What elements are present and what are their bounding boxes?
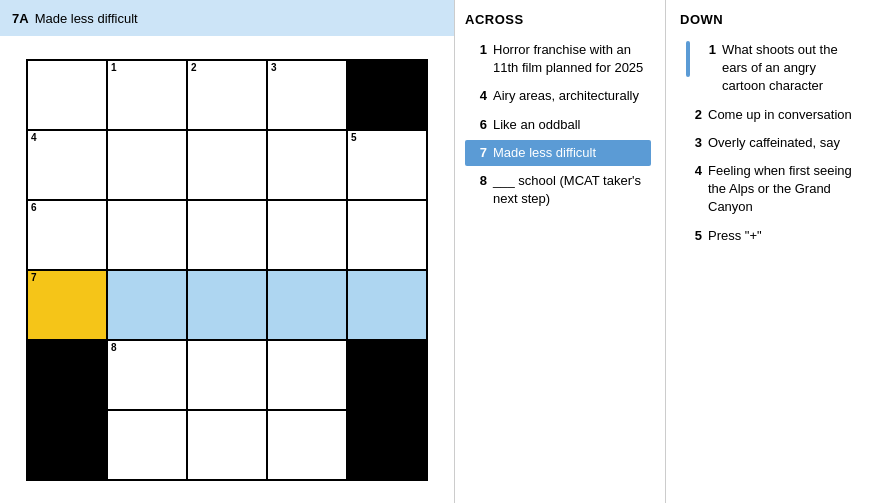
across-clue-4[interactable]: 4Airy areas, architecturally — [465, 83, 651, 109]
cell-2-1[interactable] — [108, 201, 188, 271]
down-clue-4[interactable]: 4Feeling when first seeing the Alps or t… — [680, 158, 866, 221]
cell-5-0[interactable] — [28, 411, 108, 481]
cell-1-0[interactable]: 4 — [28, 131, 108, 201]
cell-0-2[interactable]: 2 — [188, 61, 268, 131]
cell-0-1[interactable]: 1 — [108, 61, 188, 131]
down-clue-1[interactable]: 1What shoots out the ears of an angry ca… — [680, 37, 866, 100]
cell-number-label: 6 — [31, 203, 37, 213]
crossword-panel: 7A Made less difficult 12345678 — [0, 0, 455, 503]
header-clue-number: 7A — [12, 11, 29, 26]
cell-number-label: 2 — [191, 63, 197, 73]
cell-number-label: 8 — [111, 343, 117, 353]
clue-number: 1 — [471, 41, 487, 77]
grid-container: 12345678 — [0, 36, 454, 503]
cell-5-4[interactable] — [348, 411, 428, 481]
down-clue-2[interactable]: 2Come up in conversation — [680, 102, 866, 128]
down-section: DOWN 1What shoots out the ears of an ang… — [670, 0, 876, 503]
clue-text: Come up in conversation — [708, 106, 860, 124]
cell-1-2[interactable] — [188, 131, 268, 201]
clue-number: 1 — [700, 41, 716, 59]
clue-text: Like an oddball — [493, 116, 645, 134]
cell-3-0[interactable]: 7 — [28, 271, 108, 341]
cell-4-0[interactable] — [28, 341, 108, 411]
clue-number: 5 — [686, 227, 702, 245]
clue-text: Press "+" — [708, 227, 860, 245]
cell-4-1[interactable]: 8 — [108, 341, 188, 411]
cell-1-4[interactable]: 5 — [348, 131, 428, 201]
across-clue-6[interactable]: 6Like an oddball — [465, 112, 651, 138]
cell-number-label: 7 — [31, 273, 37, 283]
clue-number: 3 — [686, 134, 702, 152]
clue-number: 2 — [686, 106, 702, 124]
cell-1-1[interactable] — [108, 131, 188, 201]
clue-number: 8 — [471, 172, 487, 208]
cell-3-3[interactable] — [268, 271, 348, 341]
clues-divider — [665, 0, 666, 503]
cell-2-4[interactable] — [348, 201, 428, 271]
cell-0-3[interactable]: 3 — [268, 61, 348, 131]
cell-4-3[interactable] — [268, 341, 348, 411]
cell-number-label: 5 — [351, 133, 357, 143]
down-title: DOWN — [680, 12, 866, 27]
cell-3-4[interactable] — [348, 271, 428, 341]
cell-2-0[interactable]: 6 — [28, 201, 108, 271]
cell-2-2[interactable] — [188, 201, 268, 271]
down-clue-3[interactable]: 3Overly caffeinated, say — [680, 130, 866, 156]
crossword-grid[interactable]: 12345678 — [26, 59, 428, 481]
clue-header: 7A Made less difficult — [0, 0, 454, 36]
cell-0-0[interactable] — [28, 61, 108, 131]
across-clue-7[interactable]: 7Made less difficult — [465, 140, 651, 166]
cell-1-3[interactable] — [268, 131, 348, 201]
down-clue-5[interactable]: 5Press "+" — [680, 223, 866, 249]
cell-number-label: 1 — [111, 63, 117, 73]
cell-5-2[interactable] — [188, 411, 268, 481]
clue-text: Made less difficult — [493, 144, 645, 162]
across-title: ACROSS — [465, 12, 651, 27]
clue-number: 7 — [471, 144, 487, 162]
clue-text: Overly caffeinated, say — [708, 134, 860, 152]
cell-4-2[interactable] — [188, 341, 268, 411]
clue-text: Horror franchise with an 11th film plann… — [493, 41, 645, 77]
across-section: ACROSS 1Horror franchise with an 11th fi… — [455, 0, 661, 503]
cell-0-4[interactable] — [348, 61, 428, 131]
clue-text: Airy areas, architecturally — [493, 87, 645, 105]
active-indicator — [686, 41, 690, 77]
cell-5-1[interactable] — [108, 411, 188, 481]
cell-number-label: 3 — [271, 63, 277, 73]
across-clue-1[interactable]: 1Horror franchise with an 11th film plan… — [465, 37, 651, 81]
clue-text: What shoots out the ears of an angry car… — [722, 41, 860, 96]
cell-3-1[interactable] — [108, 271, 188, 341]
cell-2-3[interactable] — [268, 201, 348, 271]
clue-text: Feeling when first seeing the Alps or th… — [708, 162, 860, 217]
down-clues-list: 1What shoots out the ears of an angry ca… — [680, 37, 866, 251]
cell-5-3[interactable] — [268, 411, 348, 481]
header-clue-text: Made less difficult — [35, 11, 138, 26]
clue-number: 6 — [471, 116, 487, 134]
clue-number: 4 — [471, 87, 487, 105]
clues-panel: ACROSS 1Horror franchise with an 11th fi… — [455, 0, 876, 503]
clue-number: 4 — [686, 162, 702, 180]
across-clue-8[interactable]: 8___ school (MCAT taker's next step) — [465, 168, 651, 212]
clue-text: ___ school (MCAT taker's next step) — [493, 172, 645, 208]
cell-3-2[interactable] — [188, 271, 268, 341]
across-clues-list: 1Horror franchise with an 11th film plan… — [465, 37, 651, 214]
cell-number-label: 4 — [31, 133, 37, 143]
cell-4-4[interactable] — [348, 341, 428, 411]
